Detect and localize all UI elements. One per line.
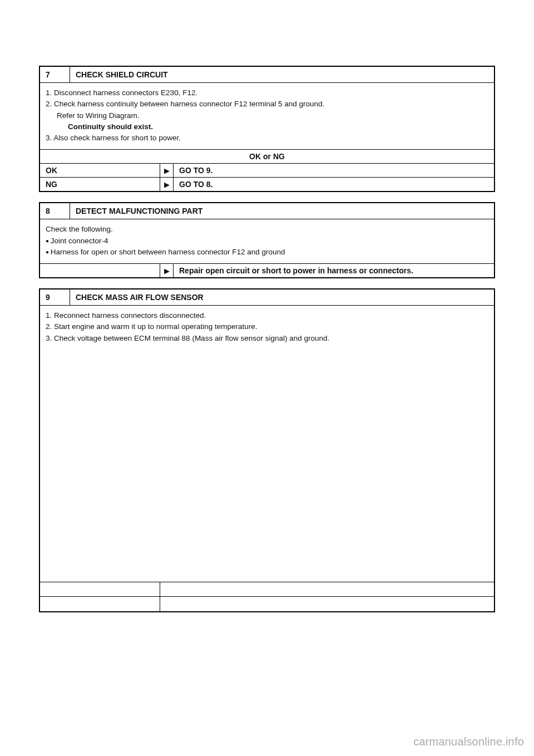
result-row-ok: OK ▶ GO TO 9. <box>40 164 494 178</box>
step-title: CHECK MASS AIR FLOW SENSOR <box>70 289 209 305</box>
bullet-item: Harness for open or short between harnes… <box>46 247 488 258</box>
step-number: 9 <box>40 289 70 305</box>
empty-result-row <box>40 597 494 611</box>
instruction-line: 3. Also check harness for short to power… <box>46 132 488 144</box>
empty-cell <box>40 582 160 596</box>
result-action: GO TO 9. <box>174 164 494 177</box>
step-body: 1. Reconnect harness connectors disconne… <box>40 306 494 350</box>
empty-cell <box>40 597 160 611</box>
instruction-subline: Refer to Wiring Diagram. <box>46 110 488 121</box>
instruction-line: Check the following. <box>46 224 488 235</box>
instruction-line: 1. Reconnect harness connectors disconne… <box>46 310 488 321</box>
empty-result-row <box>40 582 494 597</box>
instruction-line: 1. Disconnect harness connectors E230, F… <box>46 87 488 99</box>
instruction-line: 2. Check harness continuity between harn… <box>46 99 488 110</box>
action-text: Repair open circuit or short to power in… <box>174 264 494 277</box>
empty-cell <box>160 582 494 596</box>
empty-cell <box>160 597 494 611</box>
action-row: ▶ Repair open circuit or short to power … <box>40 264 494 277</box>
step-number: 8 <box>40 203 70 219</box>
result-label: NG <box>40 178 160 191</box>
instruction-line: 3. Check voltage between ECM terminal 88… <box>46 333 488 344</box>
step-body: Check the following. Joint connector-4 H… <box>40 219 494 264</box>
bullet-list: Joint connector-4 Harness for open or sh… <box>46 235 488 258</box>
arrow-icon: ▶ <box>160 178 174 191</box>
step-header: 9 CHECK MASS AIR FLOW SENSOR <box>40 289 494 306</box>
step-header: 7 CHECK SHIELD CIRCUIT <box>40 67 494 83</box>
step-number: 7 <box>40 67 70 82</box>
step-header: 8 DETECT MALFUNCTIONING PART <box>40 203 494 219</box>
diagram-placeholder <box>40 350 494 582</box>
result-label: OK <box>40 164 160 177</box>
arrow-icon: ▶ <box>160 264 174 277</box>
step-9-block: 9 CHECK MASS AIR FLOW SENSOR 1. Reconnec… <box>39 288 495 612</box>
result-action: GO TO 8. <box>174 178 494 191</box>
bullet-text: Harness for open or short between harnes… <box>51 248 285 256</box>
bullet-text: Joint connector-4 <box>51 237 108 245</box>
instruction-line: 2. Start engine and warm it up to normal… <box>46 321 488 332</box>
step-title: CHECK SHIELD CIRCUIT <box>70 67 174 82</box>
result-row-ng: NG ▶ GO TO 8. <box>40 178 494 191</box>
action-spacer <box>40 264 160 277</box>
step-title: DETECT MALFUNCTIONING PART <box>70 203 208 219</box>
arrow-icon: ▶ <box>160 164 174 177</box>
step-7-block: 7 CHECK SHIELD CIRCUIT 1. Disconnect har… <box>39 66 495 192</box>
watermark-text: carmanualsonline.info <box>413 735 524 748</box>
bullet-item: Joint connector-4 <box>46 235 488 247</box>
ok-ng-heading: OK or NG <box>40 150 494 164</box>
instruction-emphasis: Continuity should exist. <box>46 121 488 132</box>
step-body: 1. Disconnect harness connectors E230, F… <box>40 83 494 150</box>
step-8-block: 8 DETECT MALFUNCTIONING PART Check the f… <box>39 202 495 278</box>
